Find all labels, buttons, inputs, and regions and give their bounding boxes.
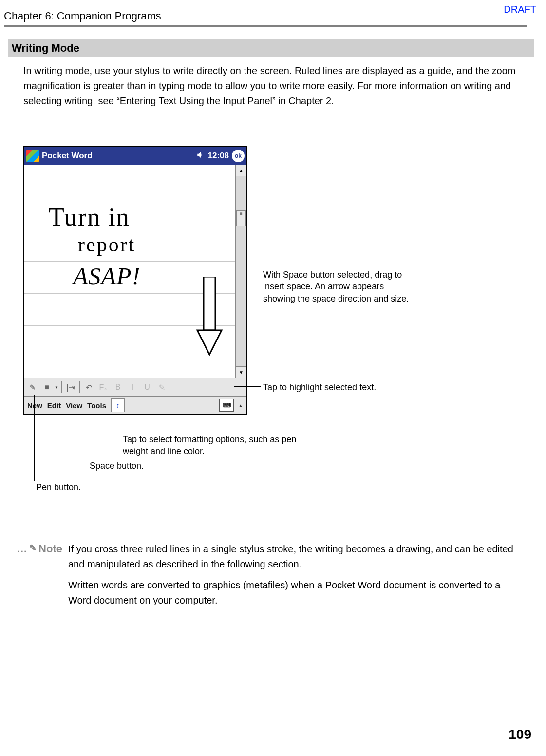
callout-leader: [88, 395, 88, 460]
toolbar-separator: [79, 381, 80, 393]
menu-bar: New Edit View Tools ↕ ⌨ ▲: [24, 396, 246, 414]
header-rule: [4, 25, 527, 27]
section-body: In writing mode, use your stylus to writ…: [23, 63, 524, 109]
keyboard-icon[interactable]: ⌨: [219, 399, 234, 412]
menu-view[interactable]: View: [66, 401, 82, 410]
pen-button[interactable]: ✎: [25, 380, 39, 394]
handwriting-line-3: ASAP!: [73, 262, 140, 290]
menu-new[interactable]: New: [27, 401, 42, 410]
italic-button[interactable]: I: [126, 380, 139, 394]
callout-leader: [34, 395, 35, 481]
pocket-pc-screenshot: Pocket Word 12:08 ok Turn in r: [23, 146, 247, 415]
note-label: Note: [38, 543, 62, 555]
callout-highlight: Tap to highlight selected text.: [263, 381, 376, 393]
pen-icon: ✎: [29, 543, 37, 555]
space-arrow-icon: [195, 277, 224, 359]
scroll-thumb[interactable]: [236, 210, 246, 226]
scroll-down-button[interactable]: ▼: [236, 366, 246, 378]
note-block: … ✎ Note If you cross three ruled lines …: [19, 542, 526, 614]
callout-leader: [234, 386, 261, 387]
callout-space-drag: With Space button selected, drag to inse…: [263, 269, 409, 304]
menu-edit[interactable]: Edit: [47, 401, 61, 410]
ok-button[interactable]: ok: [232, 150, 245, 162]
page-number: 109: [508, 727, 531, 742]
callout-leader: [122, 395, 122, 434]
app-title: Pocket Word: [42, 151, 93, 161]
undo-button[interactable]: ↶: [82, 380, 95, 394]
menu-tools[interactable]: Tools: [87, 401, 106, 410]
scroll-track[interactable]: [236, 176, 246, 366]
callout-leader: [224, 277, 261, 277]
chapter-header: Chapter 6: Companion Programs: [4, 10, 161, 22]
bold-button[interactable]: B: [111, 380, 125, 394]
formatting-toolbar: ✎ ■ ▼ |⇥ ↶ Fₓ B I U ✎: [24, 378, 246, 396]
start-icon[interactable]: [26, 150, 39, 162]
svg-marker-1: [197, 330, 222, 355]
callout-space-button: Space button.: [90, 460, 144, 472]
space-button[interactable]: |⇥: [64, 380, 77, 394]
note-paragraph-1: If you cross three ruled lines in a sing…: [68, 542, 526, 572]
note-icon: … ✎ Note: [19, 542, 62, 555]
clock: 12:08: [208, 151, 229, 161]
note-paragraph-2: Written words are converted to graphics …: [68, 578, 526, 608]
handwriting-line-1: Turn in: [49, 203, 130, 231]
titlebar: Pocket Word 12:08 ok: [24, 147, 246, 165]
ellipsis-icon: …: [17, 543, 27, 555]
fill-dropdown-icon[interactable]: ▼: [55, 385, 59, 390]
font-button[interactable]: Fₓ: [96, 380, 110, 394]
figure: Pocket Word 12:08 ok Turn in r: [23, 146, 247, 415]
vertical-scrollbar[interactable]: ▲ ▼: [235, 165, 246, 378]
svg-rect-0: [204, 277, 215, 330]
draft-watermark: DRAFT: [504, 4, 536, 15]
writing-canvas[interactable]: Turn in report ASAP!: [24, 165, 235, 378]
keyboard-dropdown-icon[interactable]: ▲: [239, 403, 244, 408]
toolbar-separator: [61, 381, 62, 393]
fill-button[interactable]: ■: [40, 380, 54, 394]
underline-button[interactable]: U: [140, 380, 154, 394]
highlight-button[interactable]: ✎: [155, 380, 169, 394]
handwriting-line-2: report: [78, 233, 135, 256]
section-title: Writing Mode: [8, 39, 534, 57]
sip-toggle-button[interactable]: ↕: [111, 398, 125, 412]
speaker-icon[interactable]: [196, 151, 205, 162]
callout-formatting: Tap to select formatting options, such a…: [123, 434, 298, 457]
scroll-up-button[interactable]: ▲: [236, 165, 246, 176]
callout-pen-button: Pen button.: [36, 481, 81, 493]
